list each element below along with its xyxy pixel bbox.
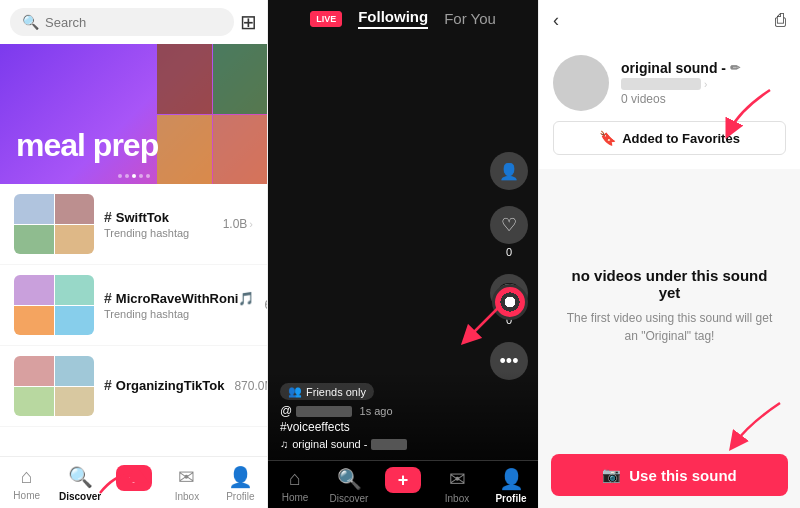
list-item[interactable]: # OrganizingTikTok 870.0M › [0, 346, 267, 427]
mid-nav-add[interactable]: + [376, 467, 430, 504]
mid-plus-icon: + [398, 470, 409, 491]
thumb-cell [55, 356, 95, 386]
right-panel: ‹ ⎙ original sound - ✏ › 0 videos 🔖 Adde… [538, 0, 800, 508]
mid-nav-discover-label: Discover [330, 493, 369, 504]
profile-action-icon: 👤 [490, 152, 528, 190]
trending-info-1: # SwiftTok Trending hashtag [104, 209, 213, 239]
food-bg [157, 44, 267, 184]
thumb-cell [55, 225, 95, 255]
mid-add-button[interactable]: + [385, 467, 421, 493]
mid-nav-home[interactable]: ⌂ Home [268, 467, 322, 504]
thumb-grid-2 [14, 275, 94, 335]
content-list: meal prep # S [0, 44, 267, 456]
mid-nav-profile[interactable]: 👤 Profile [484, 467, 538, 504]
trending-count-2: 64.9M › [264, 298, 267, 312]
dot-3 [132, 174, 136, 178]
use-sound-button[interactable]: 📷 Use this sound [551, 454, 788, 496]
like-count: 0 [506, 246, 512, 258]
sound-disc [492, 284, 528, 320]
trending-info-3: # OrganizingTikTok [104, 377, 224, 395]
profile-icon: 👤 [228, 465, 253, 489]
sound-profile: original sound - ✏ › 0 videos [553, 55, 786, 111]
share-icon[interactable]: ⎙ [775, 10, 786, 31]
mid-nav-home-label: Home [282, 492, 309, 503]
friends-label: Friends only [306, 386, 366, 398]
trending-name: MicroRaveWithRoni🎵 [116, 291, 255, 306]
add-button[interactable]: + [116, 465, 152, 491]
trending-name: SwiftTok [116, 210, 169, 225]
sound-meta: original sound - ✏ › 0 videos [621, 60, 786, 106]
trending-info-2: # MicroRaveWithRoni🎵 Trending hashtag [104, 290, 254, 320]
nav-item-add[interactable]: + [107, 463, 160, 504]
nav-label-discover: Discover [59, 491, 101, 502]
mid-profile-icon: 👤 [499, 467, 524, 491]
middle-panel: LIVE Following For You 👤 ♡ 0 💬 0 ••• [268, 0, 538, 508]
sound-videos: 0 videos [621, 92, 786, 106]
trending-sub: Trending hashtag [104, 227, 213, 239]
mid-discover-icon: 🔍 [337, 467, 362, 491]
bookmark-icon: 🔖 [599, 130, 616, 146]
use-sound-label: Use this sound [629, 467, 737, 484]
trending-count-3: 870.0M › [234, 379, 267, 393]
back-icon[interactable]: ‹ [553, 10, 559, 31]
search-input[interactable] [45, 15, 222, 30]
featured-banner[interactable]: meal prep [0, 44, 267, 184]
username-text: @ [280, 404, 292, 418]
edit-icon[interactable]: ✏ [730, 61, 740, 75]
thumb-cell [14, 387, 54, 417]
food-cell-1 [157, 44, 212, 114]
blurred-sound: █████ [371, 439, 406, 450]
mid-nav-inbox-label: Inbox [445, 493, 469, 504]
food-cell-4 [213, 115, 268, 185]
hash-icon: # [104, 377, 112, 393]
search-input-wrap[interactable]: 🔍 [10, 8, 234, 36]
friends-icon: 👥 [288, 385, 302, 398]
trending-count-1: 1.0B › [223, 217, 253, 231]
nav-item-inbox[interactable]: ✉ Inbox [160, 463, 213, 504]
thumb-cell [55, 194, 95, 224]
mid-nav-discover[interactable]: 🔍 Discover [322, 467, 376, 504]
like-action-btn[interactable]: ♡ 0 [490, 206, 528, 258]
sound-title: original sound - ✏ [621, 60, 786, 76]
grid-icon[interactable]: ⊞ [240, 10, 257, 34]
video-bottom: 👥 Friends only @ ████████ 1s ago #voicee… [268, 371, 538, 460]
thumb-cell [55, 387, 95, 417]
dot-1 [118, 174, 122, 178]
chevron-right-icon: › [249, 218, 253, 230]
nav-item-discover[interactable]: 🔍 Discover [53, 463, 106, 504]
nav-item-profile[interactable]: 👤 Profile [214, 463, 267, 504]
music-note-icon: ♫ [280, 438, 288, 450]
count-label: 870.0M [234, 379, 267, 393]
nav-label: Home [13, 490, 40, 501]
favorites-button[interactable]: 🔖 Added to Favorites [553, 121, 786, 155]
thumb-cell [14, 194, 54, 224]
timestamp: 1s ago [360, 405, 393, 417]
friends-badge: 👥 Friends only [280, 383, 374, 400]
no-videos-desc: The first video using this sound will ge… [559, 309, 780, 345]
no-videos-title: no videos under this sound yet [559, 267, 780, 301]
mid-home-icon: ⌂ [289, 467, 301, 490]
person-icon: 👤 [499, 162, 519, 181]
profile-action-btn[interactable]: 👤 [490, 152, 528, 190]
tab-following[interactable]: Following [358, 8, 428, 29]
mid-bottom-nav: ⌂ Home 🔍 Discover + ✉ Inbox 👤 Profile [268, 460, 538, 508]
search-bar: 🔍 ⊞ [0, 0, 267, 44]
no-videos-section: no videos under this sound yet The first… [539, 169, 800, 442]
list-item[interactable]: # MicroRaveWithRoni🎵 Trending hashtag 64… [0, 265, 267, 346]
trending-tag-row: # MicroRaveWithRoni🎵 [104, 290, 254, 306]
thumb-cell [14, 306, 54, 336]
left-panel: 🔍 ⊞ meal prep [0, 0, 268, 508]
trending-thumb-2 [14, 275, 94, 335]
nav-label-inbox: Inbox [175, 491, 199, 502]
hash-icon: # [104, 209, 112, 225]
chevron-icon: › [704, 79, 707, 90]
thumb-cell [14, 356, 54, 386]
dot-5 [146, 174, 150, 178]
nav-label-profile: Profile [226, 491, 254, 502]
favorites-label: Added to Favorites [622, 131, 740, 146]
mid-nav-inbox[interactable]: ✉ Inbox [430, 467, 484, 504]
list-item[interactable]: # SwiftTok Trending hashtag 1.0B › [0, 184, 267, 265]
thumb-grid-3 [14, 356, 94, 416]
tab-for-you[interactable]: For You [444, 10, 496, 27]
nav-item-home[interactable]: ⌂ Home [0, 463, 53, 504]
